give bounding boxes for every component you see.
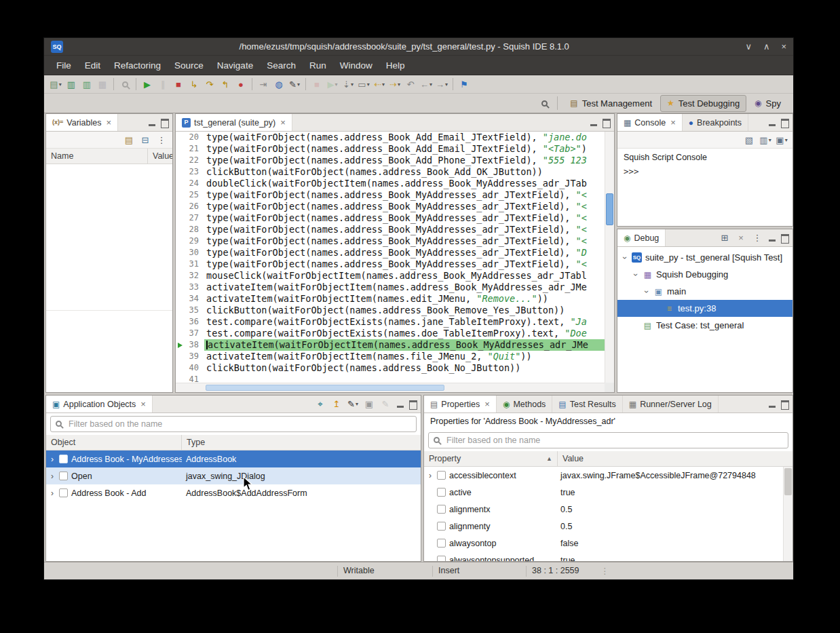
checkbox[interactable] <box>59 472 68 480</box>
close-tab-icon[interactable]: × <box>484 399 490 409</box>
skip-all-breakpoints-icon[interactable]: ◍ <box>271 77 286 92</box>
open-console-icon[interactable]: ▣▾ <box>774 132 789 147</box>
tab-console[interactable]: ▦Console× <box>617 114 683 131</box>
code-line[interactable]: 34activateItem(waitForObjectItem(names.e… <box>176 293 605 305</box>
menu-search[interactable]: Search <box>260 58 303 73</box>
code-line[interactable]: 25type(waitForObject(names.address_Book_… <box>176 189 605 201</box>
view-menu-icon[interactable]: ⋮ <box>750 231 765 246</box>
perspective-spy[interactable]: ◉Spy <box>748 95 788 112</box>
code-line[interactable]: 26type(waitForObject(names.address_Book_… <box>176 201 605 212</box>
step-return-icon[interactable]: ↰ <box>218 77 233 92</box>
debug-tree-item[interactable]: ›▤Test Case: tst_general <box>617 317 793 334</box>
tab-tst-general-suite-py[interactable]: Ptst_general (suite_py)× <box>176 114 292 131</box>
inspect-icon[interactable]: ✎▾ <box>287 77 302 92</box>
editor-vertical-scrollbar[interactable] <box>605 132 614 383</box>
shade-icon[interactable]: ∨ <box>745 41 752 52</box>
code-line[interactable]: 40clickButton(waitForObject(names.addres… <box>176 362 605 374</box>
vertical-scrollbar-thumb[interactable] <box>784 468 792 495</box>
column-header-property[interactable]: Property▲ <box>424 451 558 466</box>
step-over-icon[interactable]: ↷ <box>202 77 217 92</box>
code-line[interactable]: 23clickButton(waitForObject(names.addres… <box>176 166 605 178</box>
code-line[interactable]: 32mouseClick(waitForObjectItem(names.add… <box>176 270 605 282</box>
minimize-icon[interactable] <box>396 400 405 409</box>
highlight-object-icon[interactable]: ↥ <box>329 397 344 412</box>
property-row[interactable]: ›accessiblecontextjavax.swing.JFrame$Acc… <box>424 467 783 484</box>
tab-breakpoints[interactable]: ●Breakpoints <box>683 114 748 131</box>
column-header-type[interactable]: Type <box>182 435 421 450</box>
new-test-case-icon[interactable]: ▥ <box>64 77 79 92</box>
minimize-icon[interactable] <box>589 118 598 128</box>
maximize-icon[interactable] <box>159 118 169 128</box>
property-row[interactable]: ›activetrue <box>424 484 783 501</box>
last-edit-location-icon[interactable]: ↶ <box>403 77 418 92</box>
maximize-icon[interactable] <box>780 118 789 128</box>
code-line[interactable]: 21type(waitForObject(names.address_Book_… <box>176 143 605 155</box>
menu-run[interactable]: Run <box>303 58 333 73</box>
tab-variables[interactable]: (x)=Variables× <box>46 114 118 131</box>
view-management-icon[interactable]: ⊞ <box>717 231 732 246</box>
run-to-line-icon[interactable]: ⇥ <box>256 77 271 92</box>
editor-horizontal-scrollbar[interactable] <box>176 383 605 392</box>
chevron-icon[interactable]: › <box>620 254 630 261</box>
code-line[interactable]: 36test.compare(waitForObjectExists(names… <box>176 316 605 328</box>
chevron-icon[interactable]: › <box>427 471 434 480</box>
menu-edit[interactable]: Edit <box>78 58 107 73</box>
object-row[interactable]: ›Openjavax_swing_JDialog <box>46 467 421 484</box>
menu-file[interactable]: File <box>50 58 78 73</box>
minimize-icon[interactable] <box>767 233 777 243</box>
code-line[interactable]: 27type(waitForObject(names.address_Book_… <box>176 212 605 224</box>
chevron-icon[interactable]: › <box>49 472 56 481</box>
column-header-object[interactable]: Object <box>46 435 182 450</box>
bookmark-icon[interactable]: ⚑ <box>457 77 472 92</box>
console-prompt[interactable]: >>> <box>624 166 786 176</box>
maximize-icon[interactable] <box>408 400 417 409</box>
chevron-icon[interactable]: › <box>642 288 651 295</box>
record-snippet-icon[interactable]: ● <box>233 77 248 92</box>
collapse-all-icon[interactable]: ⊟ <box>138 132 153 147</box>
property-row[interactable]: ›alignmenty0.5 <box>424 518 783 535</box>
maximize-icon[interactable] <box>780 233 789 243</box>
maximize-icon[interactable] <box>601 118 611 128</box>
code-line[interactable]: 29type(waitForObject(names.address_Book_… <box>176 235 605 247</box>
debug-tree-item[interactable]: ›▣main <box>617 283 793 300</box>
maximize-icon[interactable]: ∧ <box>763 41 770 52</box>
tab-application-objects[interactable]: ▣Application Objects× <box>46 396 153 413</box>
debug-tree-item[interactable]: ›≡test.py:38 <box>617 300 793 317</box>
new-icon[interactable]: ▤▾ <box>48 77 63 92</box>
code-line[interactable]: 22type(waitForObject(names.address_Book_… <box>176 155 605 166</box>
run-test-suite-icon[interactable]: ▶ <box>140 77 155 92</box>
open-test-suite-icon[interactable]: ▥ <box>79 77 94 92</box>
code-line[interactable]: 37test.compare(waitForObjectExists(names… <box>176 328 605 339</box>
chevron-icon[interactable]: › <box>49 455 56 464</box>
minimize-icon[interactable] <box>147 118 157 128</box>
horizontal-scrollbar-thumb[interactable] <box>206 385 444 391</box>
close-icon[interactable]: × <box>781 41 786 52</box>
perspective-test-management[interactable]: ▤Test Management <box>563 95 659 112</box>
search-icon[interactable] <box>537 96 552 111</box>
view-menu-icon[interactable]: ⋮ <box>154 132 169 147</box>
object-row[interactable]: ›Address Book - AddAddressBook$AddAddres… <box>46 484 421 501</box>
code-line[interactable]: 35clickButton(waitForObject(names.addres… <box>176 305 605 316</box>
perspective-test-debugging[interactable]: ★Test Debugging <box>660 95 746 112</box>
debug-tree-item[interactable]: ›▦Squish Debugging <box>617 266 793 283</box>
chevron-icon[interactable]: › <box>49 488 56 498</box>
menu-help[interactable]: Help <box>379 58 412 73</box>
minimize-icon[interactable] <box>767 400 777 409</box>
display-selected-console-icon[interactable]: ▥▾ <box>758 132 773 147</box>
previous-annotation-icon[interactable]: ⇠▾ <box>372 77 387 92</box>
menu-refactoring[interactable]: Refactoring <box>107 58 168 73</box>
menu-window[interactable]: Window <box>333 58 379 73</box>
close-tab-icon[interactable]: × <box>670 117 676 128</box>
properties-filter-input[interactable] <box>428 432 788 448</box>
show-view-icon[interactable]: ▭▾ <box>356 77 371 92</box>
clear-console-icon[interactable]: ▧ <box>742 132 757 147</box>
forward-icon[interactable]: →▾ <box>434 77 449 92</box>
back-icon[interactable]: ←▾ <box>419 77 434 92</box>
code-line[interactable]: 38activateItem(waitForObjectItem(names.a… <box>176 339 605 351</box>
code-line[interactable]: 31type(waitForObject(names.address_Book_… <box>176 258 605 270</box>
tab-debug[interactable]: ◉Debug <box>617 229 666 246</box>
checkbox[interactable] <box>437 539 446 548</box>
menu-source[interactable]: Source <box>168 58 210 73</box>
column-header-name[interactable]: Name <box>46 149 148 164</box>
code-line[interactable]: 20type(waitForObject(names.address_Book_… <box>176 132 605 143</box>
